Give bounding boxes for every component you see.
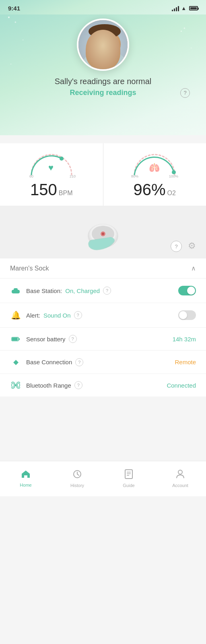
svg-point-7 <box>111 41 112 43</box>
svg-text:60: 60 <box>29 174 33 178</box>
device-actions: ? ⚙ <box>171 241 196 252</box>
alert-help[interactable]: ? <box>74 311 82 319</box>
sensor-battery-value: 14h 32m <box>173 336 196 343</box>
base-station-row: Base Station: On, Charged ? <box>0 278 206 303</box>
nav-account[interactable]: Account <box>154 469 206 488</box>
sensor-battery-help[interactable]: ? <box>69 335 77 343</box>
svg-point-5 <box>108 41 113 46</box>
bluetooth-range-help[interactable]: ? <box>74 381 82 389</box>
account-icon <box>176 469 185 481</box>
battery-icon <box>189 6 198 10</box>
base-station-icon <box>10 288 21 293</box>
nav-home-label: Home <box>20 483 31 487</box>
content-spacer <box>0 396 206 461</box>
oxygen-value-row: 96% O2 <box>134 182 176 198</box>
svg-point-10 <box>111 46 119 51</box>
sensor-battery-icon <box>10 336 21 342</box>
svg-point-6 <box>99 41 100 43</box>
svg-text:210: 210 <box>70 174 76 178</box>
hero-section: ✦ ✦ ✦ ✦ ✦ <box>0 14 206 135</box>
svg-point-25 <box>102 233 104 235</box>
nav-account-label: Account <box>172 483 188 488</box>
oxygen-unit: O2 <box>167 190 176 197</box>
svg-point-9 <box>90 46 98 51</box>
nav-guide-label: Guide <box>123 483 134 488</box>
bluetooth-range-label: Bluetooth Range ? <box>26 381 167 389</box>
base-connection-label: Base Connection ? <box>26 358 175 366</box>
svg-point-33 <box>17 383 20 387</box>
heart-rate-card: 60 210 ♥ 150 BPM <box>0 143 103 206</box>
nav-history-label: History <box>70 483 84 488</box>
base-station-help[interactable]: ? <box>103 287 111 295</box>
chevron-up-icon[interactable]: ∧ <box>191 264 196 272</box>
device-name-row: Maren's Sock ∧ <box>0 258 206 278</box>
svg-rect-27 <box>14 288 18 291</box>
svg-point-35 <box>15 384 16 386</box>
svg-rect-30 <box>19 338 20 340</box>
oxygen-gauge: 80% 100% 🫁 <box>130 151 179 178</box>
svg-point-11 <box>88 47 97 56</box>
status-message: Sally's readings are normal <box>8 77 198 86</box>
guide-icon <box>124 469 133 481</box>
svg-rect-37 <box>125 470 132 479</box>
bluetooth-range-row: Bluetooth Range ? Connected <box>0 374 206 396</box>
svg-point-16 <box>172 170 176 174</box>
nav-history[interactable]: History <box>52 469 103 488</box>
svg-text:80%: 80% <box>131 174 138 178</box>
bluetooth-range-value: Connected <box>167 382 196 389</box>
oxygen-value: 96% <box>134 182 166 198</box>
alert-row: 🔔 Alert: Sound On ? <box>0 303 206 327</box>
base-station-toggle[interactable] <box>178 286 196 295</box>
device-name: Maren's Sock <box>10 265 49 272</box>
baby-photo <box>78 20 128 69</box>
svg-text:100%: 100% <box>169 174 178 178</box>
status-bar: 9:41 ▲ <box>0 0 206 14</box>
device-settings-button[interactable]: ⚙ <box>188 241 196 252</box>
star-decoration-3: ✦ <box>183 27 186 30</box>
metrics-section: 60 210 ♥ 150 BPM 80% 1 <box>0 143 206 206</box>
nav-home[interactable]: Home <box>0 470 52 487</box>
base-connection-row: ◆ Base Connection ? Remote <box>0 350 206 374</box>
sensor-battery-row: Sensor battery ? 14h 32m <box>0 327 206 350</box>
svg-text:♥: ♥ <box>48 163 54 173</box>
svg-point-3 <box>89 24 121 39</box>
star-decoration: ✦ <box>14 21 17 24</box>
history-icon <box>72 469 82 481</box>
svg-point-31 <box>12 383 14 387</box>
svg-point-1 <box>82 50 127 69</box>
bluetooth-icon <box>10 382 21 389</box>
wifi-icon: ▲ <box>181 5 186 11</box>
svg-point-4 <box>96 41 101 46</box>
device-help-button[interactable]: ? <box>171 241 182 252</box>
oxygen-card: 80% 100% 🫁 96% O2 <box>103 143 206 206</box>
receiving-text: Receiving readings <box>70 89 136 97</box>
base-connection-value: Remote <box>175 359 196 365</box>
base-station-label: Base Station: On, Charged ? <box>26 287 178 295</box>
sensor-battery-label: Sensor battery ? <box>26 335 173 343</box>
svg-point-12 <box>60 157 64 161</box>
device-hero: ? ⚙ <box>0 206 206 258</box>
status-icons: ▲ <box>172 5 198 11</box>
receiving-row: Receiving readings ? <box>8 89 198 97</box>
status-rows: Base Station: On, Charged ? 🔔 Alert: Sou… <box>0 278 206 396</box>
svg-point-8 <box>103 46 107 49</box>
nav-guide[interactable]: Guide <box>103 469 154 488</box>
bottom-nav: Home History Guide Acco <box>0 461 206 496</box>
base-connection-help[interactable]: ? <box>75 358 83 366</box>
base-connection-icon: ◆ <box>10 358 21 366</box>
avatar-container <box>8 19 198 71</box>
device-section: ? ⚙ Maren's Sock ∧ Base Station: On, Cha… <box>0 206 206 396</box>
signal-icon <box>172 6 179 11</box>
heart-rate-gauge: 60 210 ♥ <box>27 151 76 178</box>
star-decoration-2: ✦ <box>22 39 24 41</box>
alert-icon: 🔔 <box>10 310 21 320</box>
star-decoration-5: ✦ <box>10 63 12 65</box>
alert-toggle[interactable] <box>178 310 196 320</box>
svg-point-41 <box>178 470 182 474</box>
help-button[interactable]: ? <box>180 88 190 98</box>
svg-text:🫁: 🫁 <box>149 162 160 173</box>
heart-rate-value: 150 <box>30 182 57 198</box>
status-time: 9:41 <box>8 5 20 12</box>
avatar <box>77 19 129 71</box>
svg-rect-29 <box>12 338 18 341</box>
